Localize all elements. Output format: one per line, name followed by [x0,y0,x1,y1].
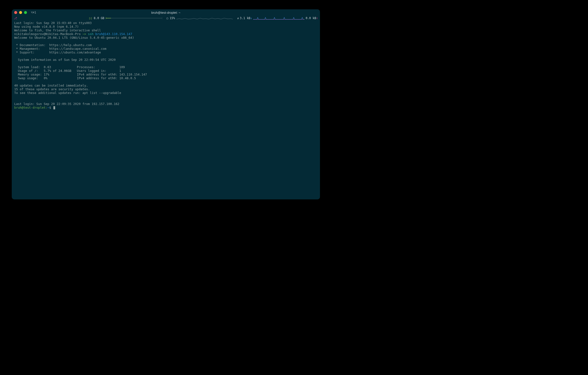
terminal-line: 40 updates can be installed immediately. [14,84,88,87]
network-sparkline [253,16,305,20]
network-down-label: 3.1 kB↓ [240,16,252,20]
close-button[interactable] [14,11,17,14]
traffic-lights [14,11,27,14]
terminal-line: Swap usage: 0% IPv4 address for eth0: 10… [14,76,136,80]
terminal-line: To see these additional updates run: apt… [14,91,121,95]
down-arrow-icon: ↓ [250,16,252,20]
zoom-button[interactable] [24,11,27,14]
tab-shortcut-label: ⌥⌘1 [31,11,36,14]
terminal-line: Last login: Sun Sep 20 22:09:35 2020 fro… [14,102,119,106]
terminal-line: Last login: Sun Sep 20 15:03:40 on ttys0… [14,21,92,25]
up-arrow-icon: ↑ [316,16,318,20]
terminal-line: Now using node v14.8.0 (npm 6.14.7) [14,25,79,28]
window-title: bruh@test-droplet: ~ [151,11,180,14]
terminal-line: * Documentation: https://help.ubuntu.com [14,43,92,47]
prompt-path: ~> [82,32,88,36]
prompt-user-host: bruh@test-droplet: [14,106,47,109]
cpu-label: 15% [170,16,175,20]
prompt-argument: bruh@143.110.154.147 [95,32,132,36]
terminal-line: System information as of Sun Sep 20 22:0… [14,58,116,62]
prompt-user: nikitakolmogorov@Nikitas-MacBook-Pro [14,32,82,36]
prompt-command: ssh [88,32,95,36]
prompt-path: ~ [47,106,49,109]
terminal-line: System load: 0.63 Processes: 109 [14,65,125,69]
memory-icon: ▯▯ [89,16,92,20]
terminal-line: Welcome to Ubuntu 20.04.1 LTS (GNU/Linux… [14,36,134,39]
prompt-dollar: $ [49,106,53,109]
terminal-line: 15 of these updates are security updates… [14,87,90,91]
titlebar: ⌥⌘1 bruh@test-droplet: ~ [12,9,320,16]
git-branch-icon: ⎇ [14,16,17,20]
terminal-output[interactable]: Last login: Sun Sep 20 15:03:40 on ttys0… [12,21,320,199]
terminal-line: Memory usage: 17% IPv4 address for eth0:… [14,73,147,76]
terminal-line: Usage of /: 5.7% of 24.06GB Users logged… [14,69,121,73]
terminal-line: * Support: https://ubuntu.com/advantage [14,51,101,54]
terminal-line: Welcome to fish, the friendly interactiv… [14,28,101,32]
cpu-sparkline [176,16,233,20]
network-icon: ⇵ [237,17,239,20]
memory-label: 8.0 GB [94,16,104,20]
cursor [53,106,55,109]
network-widget: ⇵ 3.1 kB↓ 0.0 kB↑ [237,16,318,20]
cpu-widget: ▢ 15% [167,16,233,20]
terminal-line: * Management: https://landscape.canonica… [14,47,106,51]
network-up-label: 0.0 kB↑ [306,16,318,20]
minimize-button[interactable] [19,11,22,14]
memory-widget: ▯▯ 8.0 GB [89,16,162,20]
memory-bar [106,18,162,18]
cpu-icon: ▢ [167,17,168,20]
terminal-window: ⌥⌘1 bruh@test-droplet: ~ ⎇ ▯▯ 8.0 GB ▢ 1… [12,9,320,199]
status-bar: ⎇ ▯▯ 8.0 GB ▢ 15% ⇵ 3.1 kB↓ 0.0 kB↑ [12,16,320,21]
